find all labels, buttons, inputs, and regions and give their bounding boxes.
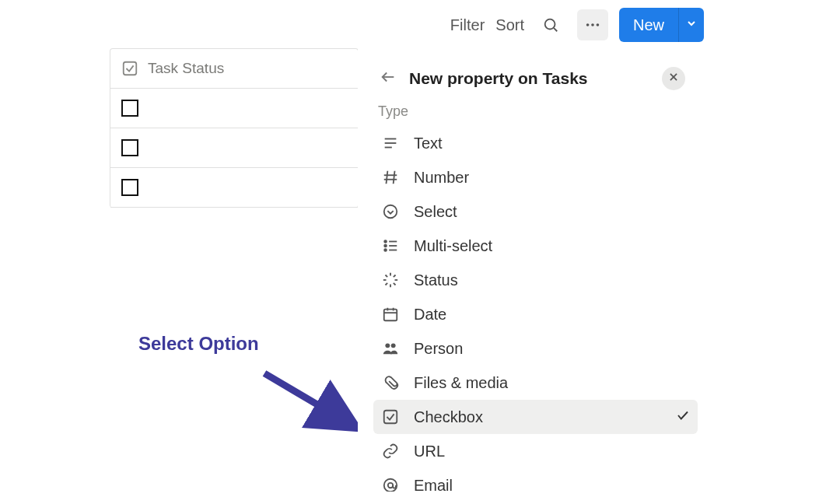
- chevron-down-icon: [685, 17, 698, 33]
- property-type-label: Status: [414, 271, 690, 289]
- svg-point-0: [545, 19, 555, 30]
- property-type-number[interactable]: Number: [373, 160, 698, 194]
- back-button[interactable]: [380, 68, 397, 89]
- svg-point-2: [586, 23, 590, 26]
- svg-point-4: [597, 23, 600, 26]
- multiselect-icon: [381, 237, 400, 254]
- property-type-label: URL: [414, 443, 690, 460]
- files-icon: [381, 374, 400, 391]
- date-icon: [381, 306, 400, 323]
- status-icon: [381, 271, 400, 289]
- svg-line-27: [394, 283, 396, 285]
- new-dropdown-button[interactable]: [679, 8, 704, 42]
- panel-header: New property on Tasks: [358, 48, 704, 95]
- new-property-panel: New property on Tasks Type TextNumberSel…: [358, 48, 704, 498]
- svg-point-37: [391, 343, 396, 348]
- panel-body[interactable]: Type TextNumberSelectMulti-selectStatusD…: [358, 95, 704, 492]
- property-type-url[interactable]: URL: [373, 434, 698, 468]
- annotation-arrow-icon: [261, 366, 362, 436]
- property-type-email[interactable]: Email: [373, 468, 698, 492]
- search-icon: [542, 16, 559, 33]
- number-icon: [381, 169, 400, 186]
- svg-line-26: [385, 275, 387, 277]
- svg-point-18: [384, 240, 387, 243]
- dots-horizontal-icon: [584, 16, 601, 33]
- property-type-label: Checkbox: [414, 408, 662, 426]
- checkbox-property-icon: [121, 60, 138, 77]
- svg-point-20: [384, 245, 387, 247]
- svg-line-31: [394, 275, 396, 277]
- new-button[interactable]: New: [619, 8, 679, 42]
- task-status-table: Task Status: [110, 48, 359, 208]
- svg-rect-38: [384, 411, 397, 424]
- table-row[interactable]: [110, 168, 358, 208]
- close-icon: [668, 72, 679, 86]
- svg-point-39: [384, 479, 397, 492]
- database-toolbar: Filter Sort New: [450, 8, 704, 42]
- property-type-label: Files & media: [414, 374, 690, 392]
- property-type-label: Person: [414, 340, 690, 358]
- property-type-text[interactable]: Text: [373, 126, 698, 160]
- person-icon: [381, 340, 400, 357]
- search-button[interactable]: [535, 9, 566, 40]
- close-button[interactable]: [662, 67, 685, 90]
- svg-line-14: [394, 171, 395, 184]
- svg-point-40: [388, 483, 393, 488]
- property-type-files[interactable]: Files & media: [373, 366, 698, 400]
- property-type-label: Select: [414, 203, 690, 221]
- property-type-label: Date: [414, 306, 690, 324]
- svg-point-36: [385, 343, 390, 348]
- table-row[interactable]: [110, 128, 358, 168]
- svg-point-22: [384, 249, 387, 251]
- checkbox-icon: [381, 408, 400, 425]
- filter-button[interactable]: Filter: [450, 16, 485, 34]
- svg-point-3: [591, 23, 594, 26]
- svg-line-6: [264, 373, 346, 422]
- checkbox-cell[interactable]: [121, 100, 138, 117]
- annotation-label: Select Option: [138, 333, 259, 355]
- table-header-label: Task Status: [148, 60, 224, 77]
- property-type-date[interactable]: Date: [373, 297, 698, 331]
- svg-line-13: [387, 171, 388, 184]
- check-icon: [676, 408, 690, 426]
- property-type-checkbox[interactable]: Checkbox: [373, 400, 698, 434]
- checkbox-cell[interactable]: [121, 179, 138, 196]
- svg-line-1: [554, 28, 557, 31]
- svg-point-17: [384, 205, 397, 219]
- url-icon: [381, 443, 400, 460]
- checkbox-cell[interactable]: [121, 139, 138, 156]
- property-type-multiselect[interactable]: Multi-select: [373, 229, 698, 263]
- table-row[interactable]: [110, 89, 358, 128]
- panel-title: New property on Tasks: [409, 69, 649, 88]
- property-type-person[interactable]: Person: [373, 331, 698, 366]
- new-button-group: New: [619, 8, 704, 42]
- property-type-status[interactable]: Status: [373, 263, 698, 297]
- property-type-label: Text: [414, 135, 690, 152]
- email-icon: [381, 477, 400, 492]
- property-type-label: Number: [414, 169, 690, 187]
- property-type-label: Email: [414, 477, 690, 492]
- svg-rect-5: [124, 62, 137, 75]
- property-type-select[interactable]: Select: [373, 194, 698, 229]
- svg-rect-32: [384, 310, 397, 321]
- svg-line-30: [385, 283, 387, 285]
- table-header-task-status[interactable]: Task Status: [110, 49, 358, 89]
- select-icon: [381, 203, 400, 220]
- type-section-label: Type: [373, 95, 698, 126]
- sort-button[interactable]: Sort: [495, 16, 524, 34]
- property-type-label: Multi-select: [414, 237, 690, 255]
- text-icon: [381, 135, 400, 152]
- more-options-button[interactable]: [577, 9, 608, 40]
